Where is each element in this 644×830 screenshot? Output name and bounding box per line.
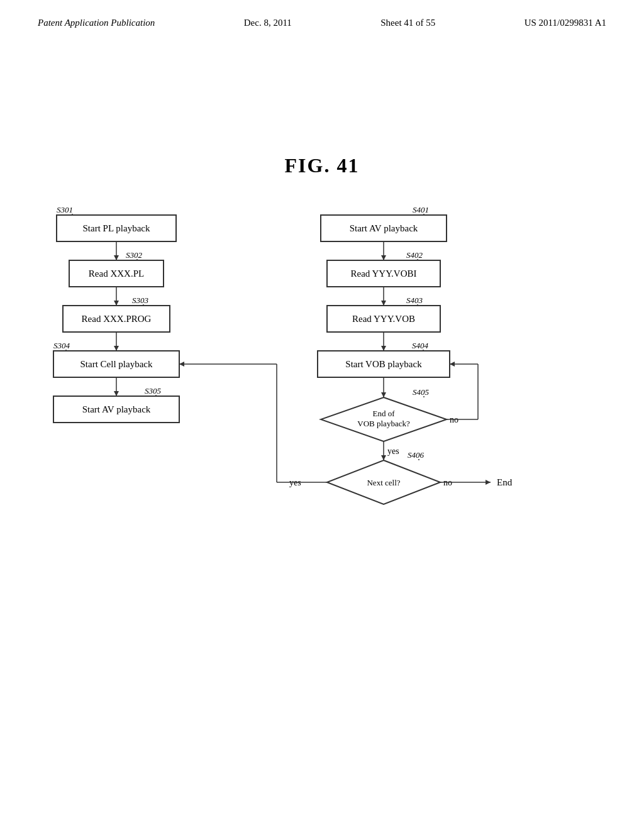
header-patent: US 2011/0299831 A1 [525,18,606,28]
svg-marker-39 [381,301,386,306]
svg-text:Start AV playback: Start AV playback [82,404,151,414]
page-header: Patent Application Publication Dec. 8, 2… [0,0,644,28]
diagram-area: Start PL playback S301 Read XXX.PL S302 … [0,196,644,636]
svg-marker-77 [179,362,184,367]
svg-text:Read YYY.VOB: Read YYY.VOB [352,314,415,324]
svg-text:Read XXX.PROG: Read XXX.PROG [82,314,152,324]
svg-text:S401: S401 [413,205,429,214]
svg-text:S302: S302 [126,250,143,260]
svg-text:Next cell?: Next cell? [367,478,400,487]
header-publication-label: Patent Application Publication [38,18,155,28]
svg-marker-17 [114,346,119,351]
figure-title: FIG. 41 [0,154,644,177]
svg-marker-23 [114,391,119,396]
svg-text:S403: S403 [406,296,423,305]
svg-marker-33 [381,255,386,260]
svg-marker-45 [381,346,386,351]
svg-text:Read XXX.PL: Read XXX.PL [89,268,144,279]
header-sheet: Sheet 41 of 55 [380,18,435,28]
svg-text:S402: S402 [406,250,423,260]
svg-marker-5 [114,255,119,260]
svg-text:Read YYY.VOBI: Read YYY.VOBI [351,268,417,279]
svg-text:VOB playback?: VOB playback? [357,419,410,428]
svg-text:Start PL playback: Start PL playback [83,223,150,233]
svg-text:S406: S406 [408,450,425,460]
svg-text:S305: S305 [145,386,162,396]
svg-text:Start Cell playback: Start Cell playback [80,359,153,369]
svg-text:S404: S404 [412,341,429,350]
svg-text:S304: S304 [53,341,70,350]
svg-marker-71 [486,480,491,485]
svg-marker-63 [381,455,386,460]
svg-marker-11 [114,301,119,306]
svg-text:S301: S301 [57,205,73,214]
svg-text:Start VOB playback: Start VOB playback [345,359,422,369]
svg-marker-51 [381,392,386,397]
svg-text:Start AV playback: Start AV playback [350,223,418,233]
svg-text:End: End [497,477,513,487]
header-date: Dec. 8, 2011 [244,18,292,28]
svg-marker-61 [450,362,455,367]
svg-text:End of: End of [372,409,395,418]
svg-text:yes: yes [387,446,399,456]
svg-text:S405: S405 [413,387,430,397]
svg-text:S303: S303 [132,296,149,305]
